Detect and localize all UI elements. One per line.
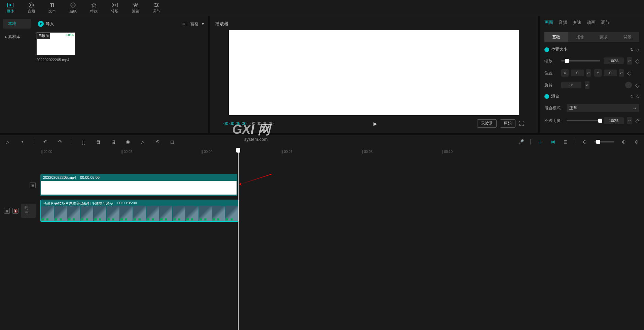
clip-2[interactable]: 动漫片头转场片尾唯美场所打斗炫酷可爱萌 00:00:05:00 xyxy=(40,200,239,222)
keyframe-icon[interactable]: ◇ xyxy=(636,47,639,52)
blend-mode-select[interactable]: 正常 ▴▾ xyxy=(567,104,639,112)
chevron-down-icon: ▾ xyxy=(202,22,204,26)
mic-icon[interactable]: 🎤 xyxy=(517,138,524,145)
chevron-down-icon[interactable]: ▾ xyxy=(19,138,26,145)
sort-icon[interactable]: ≡□ xyxy=(182,22,187,26)
nav-effect[interactable]: 特效 xyxy=(90,2,98,14)
nav-filter[interactable]: 滤镜 xyxy=(132,2,139,14)
y-input[interactable]: 0 xyxy=(604,70,617,76)
crop-tool[interactable]: ◻ xyxy=(169,138,176,145)
timeline-ruler[interactable]: | 00:00 | 00:02 | 00:04 | 00:06 | 00:08 … xyxy=(4,149,640,157)
reset-icon[interactable]: ↻ xyxy=(630,47,634,52)
media-thumb[interactable]: 已添加 00:05 202202022205.mp4 xyxy=(36,32,75,62)
rotate-spinner[interactable]: ▴▾ xyxy=(585,81,589,89)
select-tool[interactable]: ▷ xyxy=(4,138,11,145)
view-controls[interactable]: ≡□ 宫格 ▾ xyxy=(182,21,204,27)
nav-media[interactable]: 媒体 xyxy=(7,2,14,14)
ruler-tick: | 00:00 xyxy=(41,150,52,154)
opacity-spinner[interactable]: ▴▾ xyxy=(627,117,632,124)
nav-audio[interactable]: 音频 xyxy=(28,2,35,14)
keyframe-icon[interactable]: ◇ xyxy=(636,94,639,99)
reset-icon[interactable]: ↻ xyxy=(630,94,634,99)
media-content: + 导入 ≡□ 宫格 ▾ 已添加 00:05 202202022205.mp4 xyxy=(34,16,208,133)
clip-duration: 00:00:05:00 xyxy=(117,201,137,206)
rotate-input[interactable]: 0° xyxy=(561,82,581,88)
nav-audio-label: 音频 xyxy=(28,9,35,14)
time-duration: 00:00:05:00 xyxy=(250,121,274,126)
chevron-updown-icon: ▴▾ xyxy=(633,107,637,110)
adjust-icon xyxy=(153,2,159,8)
copy-tool[interactable]: ⿻ xyxy=(110,138,116,145)
ruler-tick: | 00:10 xyxy=(441,150,453,154)
scale-slider[interactable] xyxy=(561,60,600,61)
clip-name: 动漫片头转场片尾唯美场所打斗炫酷可爱萌 xyxy=(43,201,113,206)
redo-button[interactable]: ↷ xyxy=(57,138,64,145)
ruler-tick: | 00:06 xyxy=(281,150,292,154)
zoom-out-button[interactable]: ⊖ xyxy=(581,138,588,145)
keyframe-icon[interactable]: ◇ xyxy=(635,118,639,124)
freeze-tool[interactable]: ◉ xyxy=(124,138,131,145)
scale-input[interactable]: 100% xyxy=(604,57,624,64)
subtab-cutout[interactable]: 抠像 xyxy=(568,32,592,42)
x-spinner[interactable]: ▴▾ xyxy=(586,69,591,77)
scope-button[interactable]: 示波器 xyxy=(477,119,497,128)
check-icon[interactable] xyxy=(544,47,549,52)
cover-button[interactable]: 封面 xyxy=(21,204,36,218)
y-spinner[interactable]: ▴▾ xyxy=(619,69,624,77)
mute-icon[interactable]: 🔇 xyxy=(12,208,18,214)
tab-picture[interactable]: 画面 xyxy=(544,19,553,26)
subtab-basic[interactable]: 基础 xyxy=(544,32,568,42)
section-position-size: 位置大小 ↻ ◇ xyxy=(544,47,639,52)
opacity-input[interactable]: 100% xyxy=(604,117,624,124)
nav-adjust[interactable]: 调节 xyxy=(153,2,160,14)
opacity-label: 不透明度 xyxy=(544,118,563,124)
original-button[interactable]: 原始 xyxy=(500,119,515,128)
nav-text[interactable]: TI 文本 xyxy=(48,2,56,14)
tab-adjust[interactable]: 调节 xyxy=(601,19,610,26)
nav-media-label: 媒体 xyxy=(7,9,14,14)
nav-transition-label: 转场 xyxy=(111,9,118,14)
tab-anim[interactable]: 动画 xyxy=(587,19,596,26)
tab-audio[interactable]: 音频 xyxy=(559,19,567,26)
player-viewport[interactable] xyxy=(229,30,519,115)
subtab-bg[interactable]: 背景 xyxy=(616,32,640,42)
timeline[interactable]: | 00:00 | 00:02 | 00:04 | 00:06 | 00:08 … xyxy=(0,149,644,330)
effect-icon xyxy=(91,2,97,8)
snap-tool[interactable]: ⊹ xyxy=(537,138,543,145)
split-tool[interactable]: ][ xyxy=(80,138,87,145)
scale-spinner[interactable]: ▴▾ xyxy=(627,57,632,65)
opacity-row: 不透明度 100% ▴▾ ◇ xyxy=(544,117,639,124)
clip-1[interactable]: 202202022205.mp4 00:00:05:00 xyxy=(40,174,237,196)
delete-tool[interactable]: 🗑 xyxy=(95,138,102,145)
undo-button[interactable]: ↶ xyxy=(42,138,49,145)
opacity-slider[interactable] xyxy=(567,120,600,121)
x-input[interactable]: 0 xyxy=(571,70,584,76)
zoom-in-button[interactable]: ⊕ xyxy=(620,138,627,145)
subtab-mask[interactable]: 蒙版 xyxy=(592,32,616,42)
check-icon[interactable] xyxy=(544,94,549,99)
local-tab[interactable]: 本地 xyxy=(3,19,31,29)
playhead[interactable] xyxy=(238,149,239,330)
tab-speed[interactable]: 变速 xyxy=(573,19,581,26)
rotate-tool[interactable]: ⟲ xyxy=(154,138,161,145)
rotate-handle[interactable]: − xyxy=(625,82,632,88)
keyframe-icon[interactable]: ◇ xyxy=(635,82,639,88)
play-button[interactable]: ▶ xyxy=(373,121,377,126)
nav-sticker[interactable]: 贴纸 xyxy=(69,2,77,14)
fullscreen-icon[interactable]: ⛶ xyxy=(519,121,524,127)
import-button[interactable]: + 导入 xyxy=(38,21,54,27)
import-label: 导入 xyxy=(46,21,54,27)
track-icon[interactable]: ▣ xyxy=(4,208,10,214)
zoom-fit-button[interactable]: ⊙ xyxy=(633,138,640,145)
track-icon[interactable]: ▣ xyxy=(30,182,36,188)
zoom-slider[interactable] xyxy=(594,141,614,142)
nav-transition[interactable]: 转场 xyxy=(111,2,118,14)
nav-effect-label: 特效 xyxy=(90,9,98,14)
keyframe-icon[interactable]: ◇ xyxy=(635,58,639,64)
keyframe-icon[interactable]: ◇ xyxy=(627,70,631,76)
align-tool[interactable]: ⊡ xyxy=(562,138,569,145)
added-badge: 已添加 xyxy=(37,33,50,39)
library-tab[interactable]: 素材库 xyxy=(3,32,31,42)
mirror-tool[interactable]: △ xyxy=(139,138,146,145)
link-tool[interactable]: ⋈ xyxy=(549,138,556,145)
